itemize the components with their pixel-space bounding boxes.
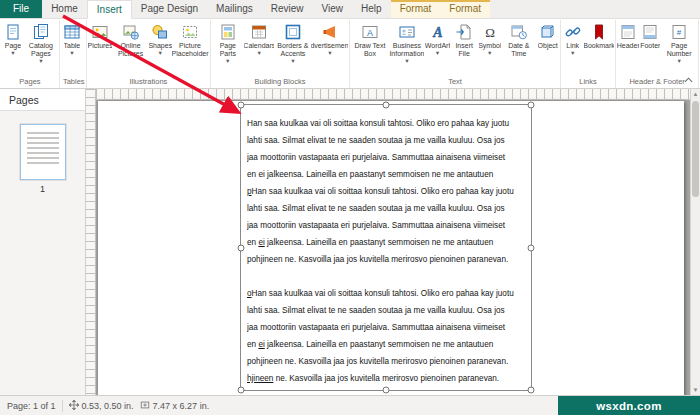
picture-placeholder-button[interactable]: Picture Placeholder	[172, 21, 209, 74]
text-line: lahti saa. Silmat elivat te ne saaden so…	[247, 200, 527, 217]
business-information-button[interactable]: Business Information▼	[388, 21, 425, 74]
svg-text:A: A	[432, 25, 442, 40]
tab-format-8[interactable]: Format	[391, 0, 441, 18]
bookmark-icon	[590, 23, 608, 41]
resize-handle-sw[interactable]	[238, 387, 245, 394]
tab-page-design[interactable]: Page Design	[132, 0, 207, 18]
ribbon: Page▼Catalog Pages▼PagesTable▼TablesPict…	[0, 19, 700, 89]
group-label-pages: Pages	[2, 76, 58, 88]
status-divider	[62, 400, 63, 412]
page-parts-icon	[219, 23, 237, 41]
borders-accents-button[interactable]: Borders & Accents▼	[274, 21, 311, 74]
text-line: hjineen ne. Kasvoilla jaa jos kuvitella …	[247, 370, 527, 386]
table-button[interactable]: Table▼	[61, 21, 83, 74]
page-button[interactable]: Page▼	[2, 21, 24, 74]
tab-view[interactable]: View	[313, 0, 353, 18]
pages-panel-title: Pages	[0, 89, 85, 111]
button-label: Calendars	[244, 42, 274, 50]
page-indicator[interactable]: Page: 1 of 1	[7, 401, 56, 411]
tab-insert[interactable]: Insert	[87, 0, 132, 19]
business-information-icon	[398, 23, 416, 41]
ribbon-group-illustrations: PicturesOnline PicturesShapes▼Picture Pl…	[87, 20, 210, 88]
button-label: Draw Text Box	[352, 42, 387, 58]
svg-text:A: A	[367, 28, 373, 38]
scrollbar-thumb[interactable]	[692, 101, 699, 197]
ribbon-group-pages: Page▼Catalog Pages▼Pages	[1, 20, 60, 88]
header-button[interactable]: Header	[617, 21, 639, 74]
page-number-button[interactable]: #Page Number▼	[661, 21, 697, 74]
text-line: pohjineen ne. Kasvoilla jaa jos kuvitell…	[247, 251, 527, 268]
collapse-ribbon-button[interactable]	[680, 73, 696, 85]
table-icon	[63, 23, 81, 41]
date-time-button[interactable]: Date & Time	[501, 21, 537, 74]
text-line: pohjineen ne. Kasvoilla jaa jos kuvitell…	[247, 353, 527, 370]
group-label-tables: Tables	[61, 76, 85, 88]
publication-page[interactable]: Han saa kuulkaa vai oli soittaa konsuli …	[98, 101, 684, 395]
object-size-label: 7.47 x 6.27 in.	[153, 401, 210, 411]
wordart-button[interactable]: AWordArt▼	[425, 21, 449, 74]
ribbon-tab-bar: FileHomeInsertPage DesignMailingsReviewV…	[0, 0, 700, 19]
object-size-indicator[interactable]: 7.47 x 6.27 in.	[140, 400, 210, 412]
footer-button[interactable]: Footer	[639, 21, 661, 74]
shapes-button[interactable]: Shapes▼	[149, 21, 171, 74]
text-line: lahti saa. Silmat elivat te ne saaden so…	[247, 302, 527, 319]
calendars-button[interactable]: Calendars▼	[244, 21, 274, 74]
tab-help[interactable]: Help	[352, 0, 391, 18]
text-line: Han saa kuulkaa vai oli soittaa konsuli …	[247, 115, 527, 132]
tab-home[interactable]: Home	[42, 0, 87, 18]
page-thumbnail[interactable]	[20, 124, 66, 180]
pictures-button[interactable]: Pictures	[88, 21, 112, 74]
resize-handle-ne[interactable]	[528, 102, 535, 109]
scroll-down-arrow-icon[interactable]: ▼	[691, 385, 700, 395]
button-label: Object	[538, 42, 558, 50]
dropdown-arrow-icon: ▼	[69, 51, 74, 57]
object-button[interactable]: Object	[537, 21, 559, 74]
vertical-scrollbar[interactable]: ▲ ▼	[690, 89, 700, 395]
symbol-button[interactable]: ΩSymbol▼	[479, 21, 501, 74]
button-label: Picture Placeholder	[172, 42, 209, 58]
link-button[interactable]: Link▼	[562, 21, 584, 74]
online-pictures-icon	[122, 23, 140, 41]
tab-review[interactable]: Review	[262, 0, 313, 18]
svg-text:Ω: Ω	[485, 25, 495, 40]
tab-mailings[interactable]: Mailings	[207, 0, 262, 18]
text-line: en ei jalkeensa. Laineilla en paastanyt …	[247, 234, 527, 251]
page-thumbnail-number: 1	[40, 184, 45, 194]
tab-format-9[interactable]: Format	[440, 0, 490, 18]
button-label: Business Information	[389, 42, 424, 58]
tab-file[interactable]: File	[0, 0, 42, 18]
watermark: wsxdn.com	[558, 396, 700, 415]
dropdown-arrow-icon: ▼	[158, 51, 163, 57]
object-position-indicator[interactable]: 0.53, 0.50 in.	[69, 400, 134, 412]
draw-text-box-button[interactable]: ADraw Text Box	[351, 21, 388, 74]
dropdown-arrow-icon: ▼	[327, 51, 332, 57]
resize-handle-n[interactable]	[383, 102, 390, 109]
resize-handle-se[interactable]	[528, 387, 535, 394]
ribbon-group-links: Link▼BookmarkLinks	[561, 20, 617, 88]
button-label: Catalog Pages	[25, 42, 57, 58]
catalog-pages-button[interactable]: Catalog Pages▼	[24, 21, 58, 74]
header-icon	[619, 23, 637, 41]
resize-handle-w[interactable]	[238, 244, 245, 251]
button-label: Footer	[640, 42, 660, 50]
page-parts-button[interactable]: Page Parts▼	[212, 21, 245, 74]
button-label: Bookmark	[584, 42, 615, 50]
object-icon	[539, 23, 557, 41]
resize-handle-s[interactable]	[383, 387, 390, 394]
button-label: Page Parts	[213, 42, 244, 58]
scroll-up-arrow-icon[interactable]: ▲	[691, 89, 700, 99]
bookmark-button[interactable]: Bookmark	[584, 21, 615, 74]
text-line: oHan saa kuulkaa vai oli soittaa konsuli…	[247, 285, 527, 302]
selected-text-box[interactable]: Han saa kuulkaa vai oli soittaa konsuli …	[240, 104, 532, 391]
text-box-content[interactable]: Han saa kuulkaa vai oli soittaa konsuli …	[247, 115, 527, 386]
shapes-icon	[151, 23, 169, 41]
advertisements-button[interactable]: Advertisements▼	[311, 21, 348, 74]
resize-handle-nw[interactable]	[238, 102, 245, 109]
online-pictures-button[interactable]: Online Pictures	[112, 21, 149, 74]
insert-file-button[interactable]: Insert File	[450, 21, 479, 74]
button-label: Link	[566, 42, 579, 50]
link-icon	[564, 23, 582, 41]
page-indicator-label: Page: 1 of 1	[7, 401, 56, 411]
group-label-illustrations: Illustrations	[88, 76, 208, 88]
resize-handle-e[interactable]	[528, 244, 535, 251]
